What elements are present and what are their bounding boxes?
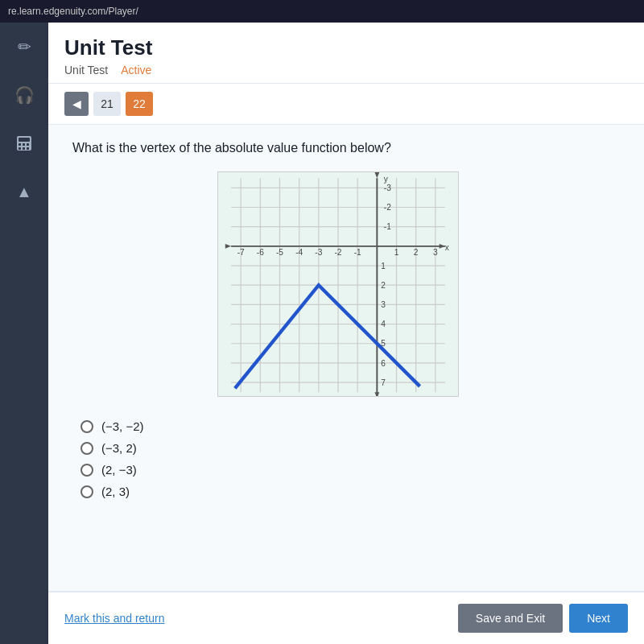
breadcrumb: Unit Test Active	[64, 64, 628, 76]
answer-choice-0[interactable]: (−3, −2)	[80, 419, 620, 433]
prev-page-button[interactable]: ◀	[64, 92, 89, 116]
url-display: re.learn.edgenuity.com/Player/	[8, 6, 138, 17]
svg-text:-1: -1	[384, 222, 391, 231]
svg-text:3: 3	[381, 300, 386, 309]
page-title: Unit Test	[64, 35, 628, 60]
content-area: Unit Test Unit Test Active ◀ 21 22 What …	[48, 23, 644, 644]
svg-rect-1	[19, 138, 30, 142]
svg-text:y: y	[384, 175, 389, 184]
choice-text-3: (2, 3)	[101, 485, 130, 498]
up-arrow-icon[interactable]: ▲	[8, 175, 40, 208]
svg-text:-3: -3	[384, 184, 391, 192]
svg-rect-3	[23, 143, 25, 146]
breadcrumb-status: Active	[121, 64, 151, 76]
pencil-icon[interactable]: ✏	[8, 31, 40, 63]
headphones-icon[interactable]: 🎧	[8, 79, 40, 111]
graph-container: -7 -6 -5 -4 -3 -2 -1 1 2 3 x -3 -2 -1 1	[217, 171, 475, 400]
svg-text:7: 7	[381, 378, 386, 387]
answer-choice-3[interactable]: (2, 3)	[80, 485, 620, 498]
page-21-button[interactable]: 21	[93, 92, 121, 116]
svg-rect-7	[27, 147, 29, 150]
answer-choice-1[interactable]: (−3, 2)	[80, 441, 620, 455]
breadcrumb-unit-test: Unit Test	[64, 64, 108, 76]
question-area: What is the vertex of the absolute value…	[48, 125, 644, 591]
svg-text:-7: -7	[237, 248, 245, 257]
svg-text:-2: -2	[384, 203, 391, 212]
svg-text:2: 2	[381, 281, 386, 290]
svg-text:-2: -2	[334, 248, 341, 257]
calculator-icon[interactable]	[8, 127, 40, 159]
radio-2[interactable]	[80, 464, 93, 477]
svg-text:-6: -6	[257, 248, 264, 257]
footer-buttons: Save and Exit Next	[458, 604, 628, 633]
svg-text:-5: -5	[276, 248, 283, 257]
radio-0[interactable]	[80, 420, 93, 433]
svg-text:1: 1	[394, 248, 399, 257]
svg-text:x: x	[445, 243, 449, 252]
svg-text:4: 4	[381, 320, 386, 328]
svg-rect-2	[19, 143, 21, 146]
footer: Mark this and return Save and Exit Next	[48, 591, 644, 644]
nav-row: ◀ 21 22	[48, 84, 644, 125]
save-exit-button[interactable]: Save and Exit	[458, 604, 563, 633]
choice-text-0: (−3, −2)	[101, 419, 144, 433]
mark-return-link[interactable]: Mark this and return	[64, 612, 165, 625]
choice-text-2: (2, −3)	[101, 463, 137, 477]
choice-text-1: (−3, 2)	[101, 441, 137, 455]
svg-text:-1: -1	[354, 248, 361, 257]
svg-rect-5	[19, 147, 21, 150]
coordinate-graph: -7 -6 -5 -4 -3 -2 -1 1 2 3 x -3 -2 -1 1	[217, 171, 459, 397]
svg-text:-3: -3	[315, 248, 322, 257]
svg-marker-34	[225, 244, 231, 249]
next-button[interactable]: Next	[569, 604, 628, 633]
svg-marker-33	[374, 392, 379, 397]
page-22-button[interactable]: 22	[126, 92, 153, 116]
svg-rect-4	[27, 143, 29, 146]
svg-text:2: 2	[414, 248, 419, 257]
radio-1[interactable]	[80, 442, 93, 455]
header: Unit Test Unit Test Active	[48, 23, 644, 84]
answer-choices: (−3, −2) (−3, 2) (2, −3) (2, 3)	[80, 419, 620, 498]
sidebar: ✏ 🎧 ▲	[0, 23, 48, 644]
svg-rect-6	[23, 147, 25, 150]
answer-choice-2[interactable]: (2, −3)	[80, 463, 620, 477]
browser-bar: re.learn.edgenuity.com/Player/	[0, 0, 644, 23]
svg-text:-4: -4	[295, 248, 303, 257]
svg-text:6: 6	[381, 359, 386, 368]
svg-text:1: 1	[381, 262, 386, 270]
radio-3[interactable]	[80, 485, 93, 498]
svg-marker-35	[374, 172, 379, 178]
svg-text:3: 3	[433, 248, 438, 257]
question-text: What is the vertex of the absolute value…	[72, 141, 620, 155]
